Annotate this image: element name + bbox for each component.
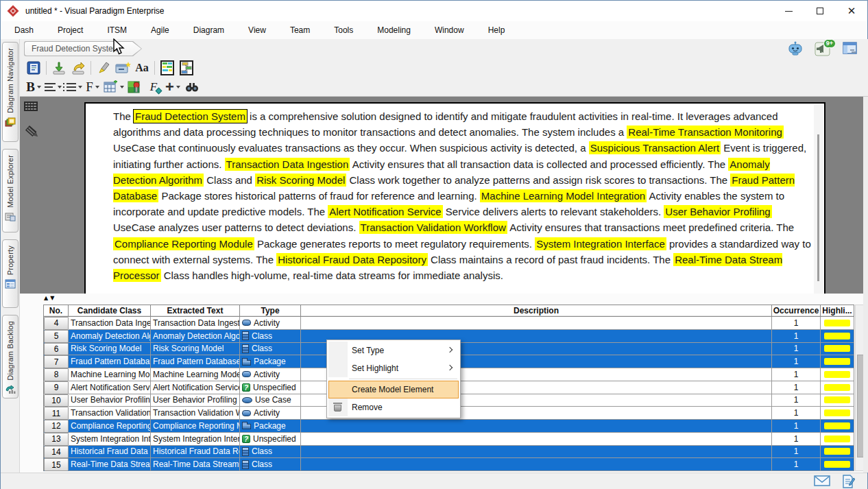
row-number-button[interactable]: 12 [44,420,69,433]
candidate-class-cell[interactable]: Machine Learning Model Integration [69,368,151,381]
extracted-text-cell[interactable]: Real-Time Data Stream Processor [151,458,240,471]
row-number-button[interactable]: 8 [44,368,69,381]
extracted-text-cell[interactable]: Alert Notification Service [151,381,240,394]
extracted-text-cell[interactable]: Machine Learning Model Integration [151,368,240,381]
marker-tool-icon[interactable] [24,123,40,143]
context-menu-item-set-highlight[interactable]: Set Highlight [328,359,459,377]
splitter-down-button[interactable]: ▼ [49,295,55,302]
occurrence-cell[interactable]: 1 [772,458,821,471]
row-number-cell[interactable]: 12 [44,420,69,433]
highlighted-term[interactable]: Suspicious Transaction Alert [589,141,721,154]
add-element-button[interactable]: + [164,79,182,95]
context-menu-item-set-type[interactable]: Set Type [328,342,459,359]
occurrence-cell[interactable]: 1 [772,343,821,356]
type-cell[interactable]: Class [240,446,301,459]
occurrence-cell[interactable]: 1 [772,433,821,446]
type-cell[interactable]: Activity [240,407,301,420]
import-button[interactable] [50,60,68,76]
extracted-text-cell[interactable]: Compliance Reporting Module [151,420,240,433]
sidebar-tab-model-explorer[interactable]: Model Explorer [2,149,19,232]
fill-color-button[interactable] [125,79,143,95]
occurrence-cell[interactable]: 1 [772,368,821,381]
menu-view[interactable]: View [247,23,267,37]
menu-project[interactable]: Project [56,23,84,37]
table-row-13[interactable]: 13System Integration InterfaceSystem Int… [44,433,854,446]
highlighted-term[interactable]: Machine Learning Model Integration [480,189,647,202]
extracted-text-cell[interactable]: User Behavior Profiling [151,394,240,407]
row-number-cell[interactable]: 4 [44,317,69,330]
occurrence-cell[interactable]: 1 [772,407,821,420]
context-menu-item-create-model-element[interactable]: Create Model Element [328,381,459,398]
menu-itsm[interactable]: ITSM [106,23,128,37]
highlighted-term[interactable]: User Behavior Profiling [664,205,771,218]
row-number-cell[interactable]: 7 [44,355,69,368]
highlight-cell[interactable] [821,446,854,459]
occurrence-cell[interactable]: 1 [772,381,821,394]
candidate-class-cell[interactable]: Real-Time Data Stream Processor [69,458,151,471]
column-header-occ[interactable]: Occurrence [772,305,821,317]
panel-layout-icon[interactable] [841,40,859,57]
column-header-ext[interactable]: Extracted Text [151,305,240,317]
highlight-color-swatch[interactable] [824,371,850,378]
insert-table-button[interactable] [103,79,124,95]
type-cell[interactable]: Use Case [240,394,301,407]
highlighted-term[interactable]: Alert Notification Service [328,205,442,218]
row-number-cell[interactable]: 15 [44,458,69,471]
extracted-text-cell[interactable]: Anomaly Detection Algorithm [151,330,240,343]
candidate-class-cell[interactable]: Compliance Reporting Module [69,420,151,433]
type-cell[interactable]: Package [240,420,301,433]
highlighted-term[interactable]: System Integration Interface [535,237,666,250]
highlighted-term[interactable]: Compliance Reporting Module [113,237,254,250]
type-cell[interactable]: Class [240,330,301,343]
occurrence-cell[interactable]: 1 [772,317,821,330]
highlighted-term[interactable]: Transaction Validation Workflow [359,221,507,234]
editor-scrollbar-thumb[interactable] [817,134,819,281]
menu-team[interactable]: Team [289,23,311,37]
candidate-class-cell[interactable]: System Integration Interface [69,433,151,446]
messages-mail-button[interactable] [814,475,830,489]
highlight-color-swatch[interactable] [824,333,850,339]
row-number-button[interactable]: 5 [44,330,69,343]
occurrence-cell[interactable]: 1 [772,355,821,368]
menu-dash[interactable]: Dash [13,23,35,37]
sidebar-tab-property[interactable]: Property [2,239,19,308]
extracted-text-cell[interactable]: Transaction Validation Workflow [151,407,240,420]
list-button[interactable] [63,79,82,95]
highlight-color-swatch[interactable] [824,409,850,416]
splitter-up-button[interactable]: ▲ [43,295,49,302]
candidate-class-cell[interactable]: Risk Scoring Model [69,343,151,356]
highlighted-term[interactable]: Transaction Data Ingestion [225,158,350,171]
extracted-text-cell[interactable]: Risk Scoring Model [151,343,240,356]
occurrence-cell[interactable]: 1 [772,446,821,459]
occurrence-cell[interactable]: 1 [772,330,821,343]
bold-button[interactable]: B [25,79,43,95]
row-number-button[interactable]: 10 [44,394,69,407]
menu-window[interactable]: Window [433,23,466,37]
candidate-class-cell[interactable]: Anomaly Detection Algorithm [69,330,151,343]
column-header-cand[interactable]: Candidate Class [69,305,151,317]
type-cell[interactable]: Class [240,458,301,471]
highlight-cell[interactable] [821,368,854,381]
highlight-cell[interactable] [821,420,854,433]
column-header-no[interactable]: No. [44,305,69,317]
highlight-color-swatch[interactable] [824,461,850,468]
sidebar-tab-diagram-backlog[interactable]: Diagram Backlog [2,315,19,398]
highlight-color-swatch[interactable] [824,422,850,429]
highlight-cell[interactable] [821,407,854,420]
candidate-class-cell[interactable]: Fraud Pattern Database [69,355,151,368]
row-number-button[interactable]: 13 [44,433,69,446]
type-cell[interactable]: Class [240,343,301,356]
highlight-color-swatch[interactable] [824,320,850,326]
table-row-15[interactable]: 15Real-Time Data Stream ProcessorReal-Ti… [44,458,854,471]
highlighted-term[interactable]: Fraud Detection System [134,110,247,123]
text-analysis-editor[interactable]: The Fraud Detection System is a comprehe… [84,102,825,296]
row-number-cell[interactable]: 14 [44,446,69,459]
menu-diagram[interactable]: Diagram [192,23,226,37]
column-header-hl[interactable]: Highli... [821,305,854,317]
candidate-class-cell[interactable]: Alert Notification Service [69,381,151,394]
row-number-cell[interactable]: 8 [44,368,69,381]
highlight-view-button[interactable] [158,60,176,76]
row-number-cell[interactable]: 10 [44,394,69,407]
row-number-button[interactable]: 11 [44,407,69,420]
minimize-button[interactable] [773,1,804,21]
